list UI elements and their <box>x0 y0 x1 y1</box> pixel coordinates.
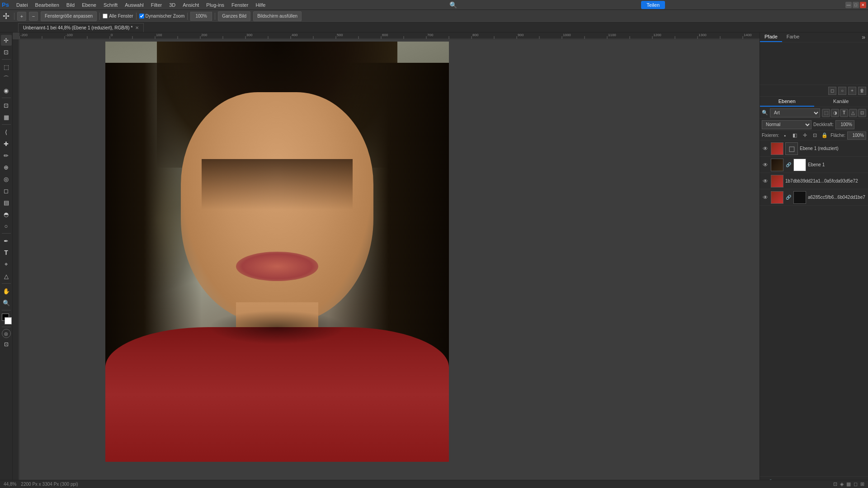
menu-plugins[interactable]: Plug-ins <box>203 1 228 9</box>
tool-sep-7 <box>2 327 11 327</box>
pfade-icon-4[interactable]: 🗑 <box>858 87 866 95</box>
menu-datei[interactable]: Datei <box>13 1 32 9</box>
zoom-in-icon[interactable]: + <box>17 12 26 21</box>
zoom-out-icon[interactable]: − <box>29 12 38 21</box>
tab-farbe[interactable]: Farbe <box>782 33 804 42</box>
filter-adjust-icon[interactable]: ◑ <box>831 109 839 117</box>
blur-tool[interactable]: ◓ <box>1 209 12 220</box>
pfade-icon-1[interactable]: ◻ <box>828 87 836 95</box>
menu-3d[interactable]: 3D <box>165 1 179 9</box>
opacity-label: Deckkraft: <box>813 122 834 127</box>
crop-tool[interactable]: ⊡ <box>1 100 12 111</box>
layers-tab-kanaele[interactable]: Kanäle <box>814 97 868 107</box>
zoom-tool[interactable]: 🔍 <box>1 297 12 308</box>
layer-vis-0[interactable]: 👁 <box>762 145 769 152</box>
blend-mode-select[interactable]: Normal <box>762 120 811 129</box>
tab-close-icon[interactable]: ✕ <box>135 25 139 30</box>
layer-vis-2[interactable]: 👁 <box>762 178 769 185</box>
dynamic-zoom-checkbox[interactable]: Dynamischer Zoom <box>139 14 185 19</box>
quick-select-tool[interactable]: ◉ <box>1 85 12 96</box>
clone-tool[interactable]: ⊕ <box>1 162 12 173</box>
canvas-image[interactable] <box>105 42 449 462</box>
status-icon-5[interactable]: ⊞ <box>860 481 864 487</box>
status-icon-3[interactable]: ▦ <box>846 481 851 487</box>
color-swatch[interactable] <box>1 314 12 325</box>
layer-link-3: 🔗 <box>785 194 792 201</box>
filter-shape-icon[interactable]: △ <box>849 109 857 117</box>
lock-image-icon[interactable]: ◧ <box>791 131 799 140</box>
search-icon[interactable]: 🔍 <box>449 1 457 9</box>
move-tool[interactable]: ✢ <box>1 35 12 46</box>
maximize-button[interactable]: □ <box>853 2 859 8</box>
layer-row-2[interactable]: 👁 1b7dbb39dd21a1...0a5fcda93d5e72 <box>760 173 868 189</box>
layers-filter-row: 🔍 Art ⬚ ◑ T △ ⊡ <box>760 107 868 119</box>
tab-pfade[interactable]: Pfade <box>760 33 782 42</box>
menu-filter[interactable]: Filter <box>147 1 165 9</box>
frame-tool[interactable]: ▦ <box>1 112 12 122</box>
menu-bearbeiten[interactable]: Bearbeiten <box>32 1 63 9</box>
minimize-button[interactable]: — <box>845 2 852 8</box>
filter-pixel-icon[interactable]: ⬚ <box>822 109 830 117</box>
layer-vis-1[interactable]: 👁 <box>762 161 769 169</box>
panel-collapse-icon[interactable]: » <box>859 33 868 42</box>
opacity-input[interactable] <box>835 120 854 129</box>
lock-label: Fixieren: <box>762 133 779 138</box>
document-tab[interactable]: Unbenannt-1 bei 44,8% (Ebene 1 (reduzier… <box>18 23 144 32</box>
marquee-tool[interactable]: ⬚ <box>1 61 12 72</box>
layer-row-3[interactable]: 👁 🔗 a6285cc5fb6...6b042dd1be7 <box>760 189 868 206</box>
shape-tool[interactable]: △ <box>1 271 12 282</box>
menu-auswahl[interactable]: Auswahl <box>121 1 147 9</box>
svg-text:-100: -100 <box>66 33 73 37</box>
menu-ansicht[interactable]: Ansicht <box>179 1 203 9</box>
filter-smart-icon[interactable]: ⊡ <box>858 109 866 117</box>
app-logo: Ps <box>2 1 9 8</box>
eraser-tool[interactable]: ◻ <box>1 185 12 196</box>
brush-tool[interactable]: ✏ <box>1 150 12 161</box>
menu-bild[interactable]: Bild <box>63 1 78 9</box>
pfade-icon-2[interactable]: ○ <box>838 87 846 95</box>
fit-screen-button[interactable]: Ganzes Bild <box>218 11 250 21</box>
menu-fenster[interactable]: Fenster <box>228 1 252 9</box>
quick-mask-tool[interactable]: ◎ <box>2 329 11 338</box>
lock-transparent-icon[interactable]: ▪ <box>781 131 789 140</box>
layers-tab-ebenen[interactable]: Ebenen <box>760 97 814 107</box>
lock-all-icon[interactable]: 🔒 <box>821 131 829 140</box>
menu-hilfe[interactable]: Hilfe <box>252 1 269 9</box>
gradient-tool[interactable]: ▤ <box>1 197 12 208</box>
all-windows-input[interactable] <box>103 14 108 19</box>
zoom-value-input[interactable] <box>190 12 212 21</box>
eyedropper-tool[interactable]: ⟨ <box>1 127 12 137</box>
lock-artboard-icon[interactable]: ⊡ <box>811 131 819 140</box>
dynamic-zoom-input[interactable] <box>139 14 144 19</box>
artboard-tool[interactable]: ⊡ <box>1 47 12 57</box>
all-windows-checkbox[interactable]: Alle Fenster <box>103 14 133 19</box>
fill-input[interactable] <box>847 131 866 140</box>
layer-row-0[interactable]: 👁 ◻ Ebene 1 (reduziert) <box>760 141 868 157</box>
close-button[interactable]: ✕ <box>860 2 866 8</box>
status-icon-2[interactable]: ◈ <box>840 481 844 487</box>
screen-mode-tool[interactable]: ⊡ <box>1 339 12 350</box>
lasso-tool[interactable]: ⌒ <box>1 73 12 84</box>
pen-tool[interactable]: ✒ <box>1 235 12 246</box>
hand-tool[interactable]: ✋ <box>1 286 12 296</box>
type-tool[interactable]: T <box>1 247 12 258</box>
fill-screen-button[interactable]: Bildschirm ausfüllen <box>253 11 302 21</box>
path-select-tool[interactable]: ⌖ <box>1 259 12 270</box>
lock-position-icon[interactable]: ✛ <box>801 131 809 140</box>
layers-filter-select[interactable]: Art <box>770 108 820 117</box>
background-color[interactable] <box>5 317 12 324</box>
history-tool[interactable]: ◎ <box>1 174 12 184</box>
filter-type-icon[interactable]: T <box>840 109 848 117</box>
layer-vis-3[interactable]: 👁 <box>762 194 769 201</box>
layer-row-1[interactable]: 👁 🔗 Ebene 1 <box>760 157 868 173</box>
menu-ebene[interactable]: Ebene <box>78 1 100 9</box>
spot-heal-tool[interactable]: ✚ <box>1 138 12 149</box>
fit-window-button[interactable]: Fenstergröße anpassen <box>41 11 97 21</box>
svg-text:800: 800 <box>472 33 479 37</box>
menu-schrift[interactable]: Schrift <box>100 1 121 9</box>
dodge-tool[interactable]: ○ <box>1 221 12 231</box>
status-icon-4[interactable]: ◻ <box>854 481 858 487</box>
pfade-icon-3[interactable]: + <box>848 87 856 95</box>
status-icon-1[interactable]: ⊡ <box>833 481 837 487</box>
share-button[interactable]: Teilen <box>641 1 665 9</box>
